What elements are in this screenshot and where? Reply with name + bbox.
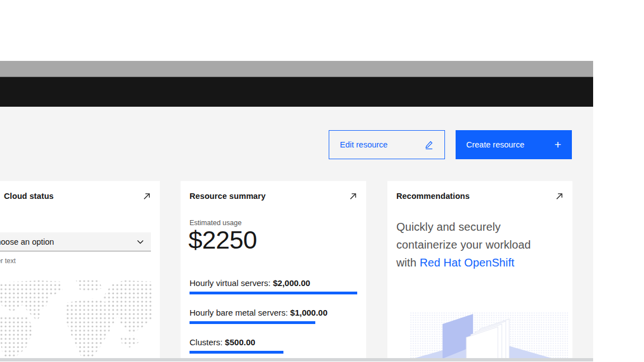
cloud-status-title: Cloud status [4, 192, 54, 201]
edit-resource-label: Edit resource [340, 140, 387, 149]
plus-icon: + [555, 139, 561, 150]
usage-breakdown-list: Hourly virtual servers: $2,000.00 Hourly… [190, 278, 357, 361]
usage-row-label: Clusters: [190, 337, 225, 347]
page: Edit resource Create resource + Cloud st… [0, 0, 644, 362]
usage-row: Hourly bare metal servers: $1,000.00 [190, 308, 357, 324]
app-window: Edit resource Create resource + Cloud st… [0, 61, 593, 362]
usage-row: Clusters: $500.00 [190, 337, 357, 354]
usage-row-label: Hourly bare metal servers: [190, 308, 290, 317]
launch-icon[interactable] [349, 192, 357, 201]
cloud-status-header: Cloud status [4, 192, 151, 201]
usage-progress-bar [190, 321, 357, 324]
usage-row: Hourly virtual servers: $2,000.00 [190, 278, 357, 294]
usage-row-value: $1,000.00 [290, 308, 328, 317]
usage-row-value: $500.00 [225, 337, 255, 347]
recommendations-header: Recommendations [396, 192, 564, 201]
launch-icon[interactable] [555, 192, 564, 201]
region-dropdown-value: Choose an option [0, 237, 54, 246]
recommendation-text: Quickly and securely containerize your w… [396, 218, 536, 272]
cloud-status-card: Cloud status Label Choose an option Help… [0, 181, 160, 359]
region-dropdown[interactable]: Choose an option [0, 232, 151, 251]
dotted-world-map [0, 279, 152, 358]
edit-resource-button[interactable]: Edit resource [329, 130, 445, 159]
resource-summary-card: Resource summary Estimated usage $2250 H… [181, 181, 366, 359]
dropdown-helper-text: Helper text [0, 257, 16, 265]
usage-row-label: Hourly virtual servers: [190, 278, 273, 288]
window-titlebar[interactable] [0, 61, 593, 77]
dashboard-content: Edit resource Create resource + Cloud st… [0, 107, 593, 361]
openshift-link[interactable]: Red Hat OpenShift [420, 256, 515, 269]
openshift-illustration [410, 309, 568, 359]
window-bottom-edge [0, 358, 593, 361]
pencil-icon [424, 140, 434, 150]
launch-icon[interactable] [143, 192, 151, 201]
estimated-usage-value: $2250 [188, 226, 257, 255]
create-resource-button[interactable]: Create resource + [456, 130, 572, 159]
recommendations-title: Recommendations [396, 192, 470, 201]
resource-summary-title: Resource summary [190, 192, 266, 201]
resource-summary-header: Resource summary [190, 192, 357, 201]
create-resource-label: Create resource [466, 140, 524, 149]
usage-row-value: $2,000.00 [273, 278, 310, 288]
usage-progress-bar [190, 351, 357, 354]
recommendations-card: Recommendations Quickly and securely con… [387, 181, 572, 359]
chevron-down-icon [137, 240, 144, 244]
usage-progress-bar [190, 292, 357, 294]
app-header [0, 77, 593, 107]
